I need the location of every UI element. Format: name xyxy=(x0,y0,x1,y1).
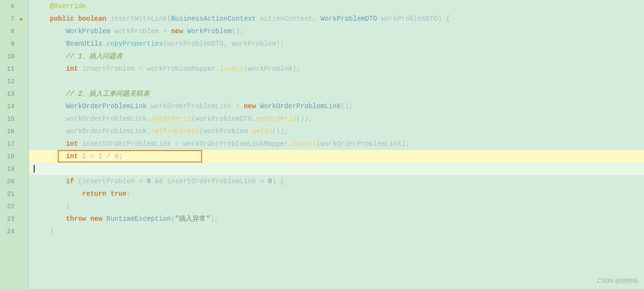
line-number: 15 xyxy=(0,115,17,123)
code-token: } xyxy=(34,227,54,235)
code-token xyxy=(34,127,66,135)
code-token xyxy=(78,152,82,160)
code-token: RuntimeException xyxy=(106,215,171,223)
code-token xyxy=(34,152,66,160)
code-line: WorkOrderProblemLink workOrderProblemLin… xyxy=(29,100,644,113)
code-token xyxy=(86,215,90,223)
line-num-row: 15 xyxy=(0,113,28,125)
code-line: if (insertProblem > 0 && insertOrderProb… xyxy=(29,175,644,188)
code-token: BeanUtils xyxy=(66,40,102,48)
line-num-row: 17 xyxy=(0,138,28,150)
code-token: // 1、插入问题表 xyxy=(66,52,123,61)
code-token xyxy=(34,52,66,60)
code-token: WorkOrderProblemLink xyxy=(260,102,341,110)
line-number: 20 xyxy=(0,178,17,185)
code-token: @Override xyxy=(34,2,86,10)
code-token: (workProblem. xyxy=(199,127,252,135)
arrow-icon: ▶ xyxy=(20,16,24,22)
code-token: copyProperties xyxy=(106,40,163,48)
code-token: new xyxy=(171,27,183,35)
code-line xyxy=(29,75,644,88)
line-number: 23 xyxy=(0,215,17,223)
line-numbers: 67▶89101112131415161718192021222324 xyxy=(0,0,29,289)
code-token: i xyxy=(82,152,86,160)
code-token xyxy=(34,40,66,48)
line-num-row: 18 xyxy=(0,150,28,163)
line-number: 21 xyxy=(0,190,17,198)
code-line: throw new RuntimeException("插入异常"); xyxy=(29,213,644,225)
code-token: (workProblemDTO, workProblem); xyxy=(163,40,284,48)
code-area[interactable]: @Override public boolean insertWithLink(… xyxy=(29,0,644,289)
code-token xyxy=(74,15,78,23)
code-token: insertWithLink( xyxy=(106,15,171,23)
code-token: workProblemDTO) { xyxy=(377,15,450,23)
line-number: 18 xyxy=(0,153,17,160)
code-token: workProblem = xyxy=(111,27,171,35)
line-num-row: 20 xyxy=(0,175,28,188)
code-token: (); xyxy=(341,102,353,110)
code-line: WorkProblem workProblem = new WorkProble… xyxy=(29,25,644,38)
code-token: new xyxy=(90,215,102,223)
code-token: insert xyxy=(292,140,316,148)
line-num-row: 12 xyxy=(0,75,28,88)
line-num-row: 9 xyxy=(0,38,28,50)
line-num-row: 13 xyxy=(0,88,28,100)
line-num-row: 11 xyxy=(0,63,28,75)
code-token: boolean xyxy=(78,15,106,23)
code-token: ); xyxy=(210,215,218,223)
code-token: (workProblemDTO. xyxy=(191,115,256,123)
line-num-row: 22 xyxy=(0,200,28,213)
code-token: && insertOrderProblemLink > xyxy=(151,177,268,185)
code-token: int xyxy=(66,152,78,160)
code-token xyxy=(256,102,260,110)
line-number: 13 xyxy=(0,90,17,98)
line-number: 12 xyxy=(0,78,17,85)
watermark: CSDN @锴锴响 xyxy=(597,277,638,285)
code-line: BeanUtils.copyProperties(workProblemDTO,… xyxy=(29,38,644,50)
code-token: workOrderProblemLink. xyxy=(66,115,151,123)
code-token: BusinessActionContext xyxy=(171,15,256,23)
code-token: WorkOrderProblemLink xyxy=(66,102,147,110)
code-token xyxy=(34,177,66,185)
code-token xyxy=(34,15,50,23)
line-num-row: 24 xyxy=(0,225,28,238)
code-token: public xyxy=(50,15,74,23)
line-num-row: 21 xyxy=(0,188,28,200)
code-token: int xyxy=(66,65,78,73)
code-line: public boolean insertWithLink(BusinessAc… xyxy=(29,13,644,25)
code-token: . xyxy=(102,40,106,48)
code-line: int insertProblem = workProblemMapper.in… xyxy=(29,63,644,75)
code-token: if xyxy=(66,177,74,185)
code-token: (insertProblem > xyxy=(74,177,147,185)
line-num-row: 6 xyxy=(0,0,28,13)
code-token: WorkProblem xyxy=(187,27,231,35)
code-line: workOrderProblemLink.setProblemId(workPr… xyxy=(29,125,644,138)
line-number: 14 xyxy=(0,103,17,110)
line-number: 17 xyxy=(0,140,17,148)
code-line: int insertOrderProblemLink = workOrderPr… xyxy=(29,138,644,150)
code-token: // 2、插入工单问题关联表 xyxy=(66,89,150,98)
line-number: 16 xyxy=(0,128,17,135)
code-token: workOrderProblemLink = xyxy=(147,102,244,110)
code-token: = 1 / 0; xyxy=(86,152,123,160)
code-token xyxy=(34,115,66,123)
code-token: ; xyxy=(126,190,130,198)
code-token: workOrderProblemLink. xyxy=(66,127,151,135)
code-token: ( xyxy=(171,215,175,223)
code-token: getOrderId xyxy=(256,115,296,123)
code-token xyxy=(106,190,110,198)
code-token: (workProblem); xyxy=(244,65,301,73)
line-num-row: 10 xyxy=(0,50,28,63)
code-token xyxy=(34,102,66,110)
code-token xyxy=(34,65,66,73)
code-line: } xyxy=(29,200,644,213)
code-token xyxy=(34,140,66,148)
line-num-row: 23 xyxy=(0,213,28,225)
code-token xyxy=(34,190,82,198)
line-num-row: 7▶ xyxy=(0,13,28,25)
line-number: 24 xyxy=(0,228,17,235)
code-token xyxy=(183,27,187,35)
line-number: 9 xyxy=(0,40,17,48)
code-token: new xyxy=(244,102,256,110)
code-token xyxy=(34,90,66,98)
